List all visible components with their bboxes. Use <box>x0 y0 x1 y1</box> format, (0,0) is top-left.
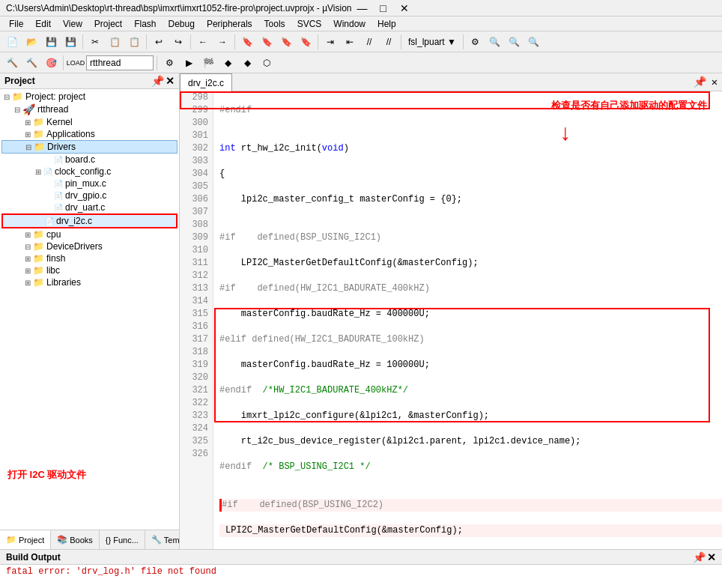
code-lines[interactable]: #endif int rt_hw_i2c_init(void) { lpi2c_… <box>213 91 722 549</box>
code-pin-btn[interactable]: 📌 <box>692 75 707 90</box>
tree-project-root[interactable]: 📁 Project: project <box>1 91 178 103</box>
tb-search2[interactable]: 🔍 <box>525 34 543 50</box>
menu-help[interactable]: Help <box>371 17 402 31</box>
expand-libraries[interactable] <box>22 279 33 287</box>
menu-peripherals[interactable]: Peripherals <box>201 17 258 31</box>
tree-drv-uart-c[interactable]: 📄 drv_uart.c <box>1 201 178 213</box>
menu-file[interactable]: File <box>3 17 29 31</box>
build-close[interactable]: ✕ <box>707 551 716 563</box>
expand-cpu[interactable] <box>22 231 33 239</box>
code-area: drv_i2c.c 📌 ✕ 检查是否有自己添加驱动的配置文件 ↓ 298 299… <box>180 73 722 549</box>
tree-kernel[interactable]: 📁 Kernel <box>1 116 178 128</box>
tb-find[interactable]: 🔍 <box>486 34 504 50</box>
code-close-btn[interactable]: ✕ <box>707 75 722 90</box>
tb-back[interactable]: ← <box>194 34 212 50</box>
tb-forward[interactable]: → <box>213 34 231 50</box>
expand-clock-config[interactable] <box>33 168 43 176</box>
code-content[interactable]: 检查是否有自己添加驱动的配置文件 ↓ 298 299 300 301 302 3… <box>180 91 722 549</box>
expand-project[interactable] <box>1 93 12 101</box>
sidebar-close[interactable]: ✕ <box>166 75 175 87</box>
tb-bookmark2[interactable]: 🔖 <box>258 34 276 50</box>
menu-flash[interactable]: Flash <box>128 17 162 31</box>
tb2-dbg4[interactable]: ◆ <box>238 55 256 71</box>
sidebar-tab-project[interactable]: 📁 Project <box>0 530 51 549</box>
expand-finsh[interactable] <box>22 255 33 263</box>
tb2-build[interactable]: 🔨 <box>3 55 21 71</box>
build-pin[interactable]: 📌 <box>693 551 706 563</box>
line-numbers: 298 299 300 301 302 303 304 305 306 307 … <box>180 91 213 549</box>
expand-kernel[interactable] <box>22 118 33 127</box>
menu-window[interactable]: Window <box>327 17 371 31</box>
tb2-settings[interactable]: ⚙ <box>160 55 178 71</box>
sidebar-header-controls: 📌 ✕ <box>151 75 175 87</box>
titlebar-controls: — □ ✕ <box>352 0 415 16</box>
tb-open[interactable]: 📂 <box>22 34 40 50</box>
tb2-load[interactable]: LOAD <box>67 55 85 71</box>
code-tab-label: drv_i2c.c <box>188 78 224 88</box>
tb-redo[interactable]: ↪ <box>169 34 187 50</box>
tb2-dbg1[interactable]: ▶ <box>180 55 198 71</box>
tree-drv-gpio-c[interactable]: 📄 drv_gpio.c <box>1 190 178 201</box>
expand-drivers[interactable] <box>23 143 34 151</box>
titlebar: C:\Users\Admin\Desktop\rt-thread\bsp\imx… <box>0 0 722 16</box>
tb-new[interactable]: 📄 <box>3 34 21 50</box>
sidebar-tree[interactable]: 📁 Project: project 🚀 rtthread 📁 Kernel 📁… <box>0 89 179 530</box>
tree-pin-mux-c[interactable]: 📄 pin_mux.c <box>1 178 178 190</box>
tb2-dbg2[interactable]: 🏁 <box>199 55 217 71</box>
tb-cut[interactable]: ✂ <box>86 34 104 50</box>
tb2-dbg3[interactable]: ◆ <box>219 55 237 71</box>
tb-save[interactable]: 💾 <box>42 34 60 50</box>
code-tab-drv-i2c[interactable]: drv_i2c.c <box>180 73 232 91</box>
tb-save-all[interactable]: 💾 <box>61 34 79 50</box>
tb-paste[interactable]: 📋 <box>125 34 143 50</box>
tree-libraries[interactable]: 📁 Libraries <box>1 276 178 288</box>
sidebar-tab-books[interactable]: 📚 Books <box>51 530 100 549</box>
titlebar-title: C:\Users\Admin\Desktop\rt-thread\bsp\imx… <box>6 3 352 13</box>
tree-label-board-c: board.c <box>65 154 95 165</box>
tb-unindent[interactable]: ⇤ <box>341 34 359 50</box>
sidebar-tab-temp[interactable]: 🔧 Temp... <box>145 530 180 549</box>
tb-target-options[interactable]: fsl_lpuart ▼ <box>404 34 460 50</box>
tree-label-drv-uart-c: drv_uart.c <box>65 202 105 213</box>
menu-tools[interactable]: Tools <box>258 17 291 31</box>
tb2-dbg5[interactable]: ⬡ <box>258 55 276 71</box>
tree-rtthread[interactable]: 🚀 rtthread <box>1 103 178 116</box>
tb-manage[interactable]: ⚙ <box>467 34 485 50</box>
tb-uncomment[interactable]: // <box>380 34 398 50</box>
tree-drivers[interactable]: 📁 Drivers <box>1 140 178 154</box>
tree-board-c[interactable]: 📄 board.c <box>1 154 178 166</box>
tb-search1[interactable]: 🔍 <box>506 34 524 50</box>
menu-svcs[interactable]: SVCS <box>291 17 328 31</box>
sidebar-pin[interactable]: 📌 <box>151 75 164 87</box>
maximize-button[interactable]: □ <box>373 0 394 16</box>
expand-applications[interactable] <box>22 130 33 139</box>
tb-bookmark3[interactable]: 🔖 <box>277 34 295 50</box>
expand-rtthread[interactable] <box>12 106 22 114</box>
expand-device-drivers[interactable] <box>22 243 33 251</box>
menu-edit[interactable]: Edit <box>29 17 57 31</box>
tb-undo[interactable]: ↩ <box>150 34 168 50</box>
sidebar-tab-func[interactable]: {} Func... <box>100 530 145 549</box>
tree-cpu[interactable]: 📁 cpu <box>1 228 178 240</box>
target-input[interactable] <box>86 55 154 70</box>
tree-drv-i2c-c[interactable]: 📄 drv_i2c.c <box>1 213 178 228</box>
tree-finsh[interactable]: 📁 finsh <box>1 252 178 264</box>
tb-copy[interactable]: 📋 <box>106 34 124 50</box>
menu-debug[interactable]: Debug <box>163 17 201 31</box>
tb-indent[interactable]: ⇥ <box>321 34 339 50</box>
tb2-target[interactable]: 🎯 <box>42 55 60 71</box>
tb-bookmark1[interactable]: 🔖 <box>238 34 256 50</box>
tree-libc[interactable]: 📁 libc <box>1 264 178 276</box>
tb-bookmark4[interactable]: 🔖 <box>297 34 315 50</box>
menu-project[interactable]: Project <box>88 17 128 31</box>
close-button[interactable]: ✕ <box>394 0 415 16</box>
expand-libc[interactable] <box>22 267 33 275</box>
menu-view[interactable]: View <box>57 17 88 31</box>
minimize-button[interactable]: — <box>352 0 373 16</box>
tree-clock-config-c[interactable]: 📄 clock_config.c <box>1 166 178 178</box>
tree-device-drivers[interactable]: 📁 DeviceDrivers <box>1 240 178 252</box>
arrow-down: ↓ <box>559 121 572 147</box>
tree-applications[interactable]: 📁 Applications <box>1 128 178 140</box>
tb-comment[interactable]: // <box>360 34 378 50</box>
tb2-rebuild[interactable]: 🔨 <box>22 55 40 71</box>
